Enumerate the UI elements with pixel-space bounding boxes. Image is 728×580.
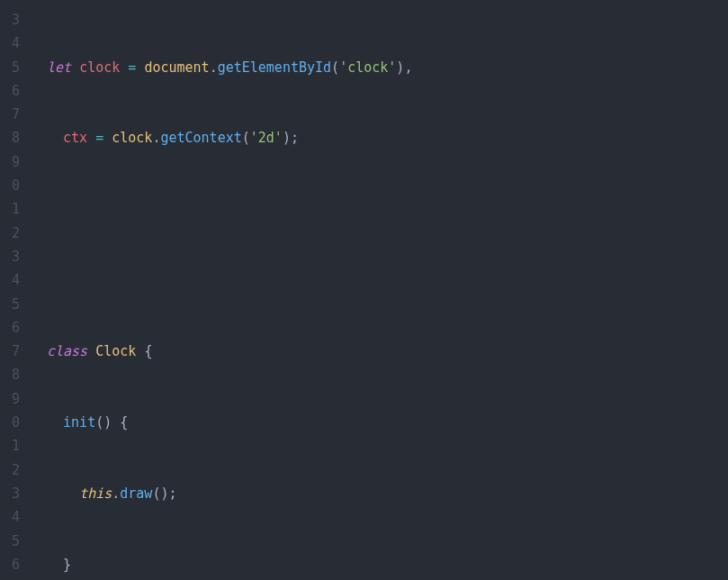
line-number: 4: [0, 268, 20, 292]
line-number: 1: [0, 434, 20, 458]
brace: {: [144, 343, 152, 359]
line-number: 1: [0, 197, 20, 221]
code-line[interactable]: }: [47, 553, 728, 576]
punct: (: [242, 130, 250, 146]
method: draw: [120, 485, 152, 502]
punct: .: [210, 59, 218, 76]
keyword-let: let: [47, 59, 71, 76]
line-number: 3: [0, 8, 20, 32]
punct: (: [331, 59, 339, 76]
code-line[interactable]: ctx = clock.getContext('2d');: [47, 126, 728, 150]
line-number: 3: [0, 245, 20, 268]
identifier: clock: [112, 130, 152, 146]
keyword-this: this: [79, 485, 112, 502]
line-number: 0: [0, 411, 20, 434]
line-number: 5: [0, 293, 20, 316]
method: init: [63, 414, 95, 430]
line-number: 9: [0, 387, 20, 411]
line-number: 5: [0, 530, 20, 553]
line-number: 3: [0, 482, 20, 505]
line-number: 6: [0, 553, 20, 576]
code-area[interactable]: let clock = document.getElementById('clo…: [27, 0, 728, 580]
code-line[interactable]: init() {: [47, 411, 728, 434]
keyword-class: class: [47, 343, 87, 359]
code-line[interactable]: class Clock {: [47, 340, 728, 363]
line-number: 0: [0, 174, 20, 197]
punct: ;: [291, 130, 299, 146]
code-editor[interactable]: 3 4 5 6 7 8 9 0 1 2 3 4 5 6 7 8 9 0 1 2 …: [0, 0, 728, 580]
string: '2d': [250, 130, 283, 146]
line-number: 5: [0, 56, 20, 79]
line-number: 6: [0, 79, 20, 103]
operator: =: [95, 130, 103, 146]
brace: {: [120, 414, 128, 430]
punct: (: [95, 414, 103, 430]
punct: ): [103, 414, 112, 430]
punct: ,: [404, 59, 412, 76]
code-line[interactable]: this.draw();: [47, 482, 728, 505]
method: getContext: [160, 130, 241, 146]
code-line[interactable]: [47, 197, 728, 221]
string: 'clock': [339, 59, 396, 76]
line-number: 7: [0, 103, 20, 126]
line-number: 8: [0, 363, 20, 386]
code-line[interactable]: let clock = document.getElementById('clo…: [47, 56, 728, 79]
code-line[interactable]: [47, 268, 728, 292]
line-number: 2: [0, 458, 20, 482]
line-number: 4: [0, 32, 20, 55]
line-number: 7: [0, 340, 20, 363]
punct: ;: [168, 485, 176, 502]
identifier: clock: [79, 59, 120, 76]
identifier: ctx: [63, 130, 87, 146]
identifier: document: [144, 59, 209, 76]
line-number: 8: [0, 126, 20, 150]
punct: ): [283, 130, 291, 146]
line-number: 6: [0, 316, 20, 340]
line-number-gutter: 3 4 5 6 7 8 9 0 1 2 3 4 5 6 7 8 9 0 1 2 …: [0, 0, 27, 580]
class-name: Clock: [95, 343, 136, 359]
line-number: 9: [0, 150, 20, 174]
punct: .: [112, 485, 120, 502]
line-number: 2: [0, 222, 20, 245]
brace: }: [63, 557, 71, 573]
line-number: 4: [0, 505, 20, 529]
operator: =: [128, 59, 136, 76]
method: getElementById: [218, 59, 331, 76]
